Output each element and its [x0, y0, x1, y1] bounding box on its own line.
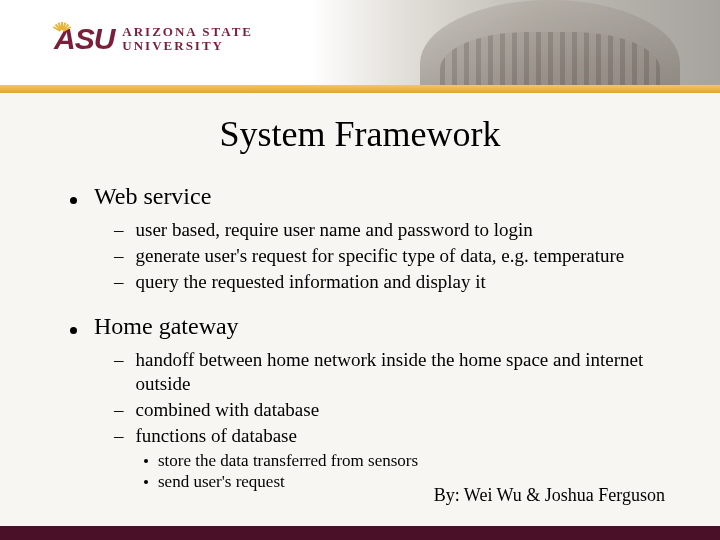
list-item: –handoff between home network inside the… [114, 348, 670, 396]
sub-list: –user based, require user name and passw… [114, 218, 670, 293]
logo-line2: UNIVERSITY [122, 39, 253, 53]
dash-icon: – [114, 424, 124, 448]
asu-logo: ASU ARIZONA STATE UNIVERSITY [54, 22, 253, 56]
sub-item-text: functions of database [136, 424, 297, 448]
list-item: store the data transferred from sensors [144, 451, 670, 471]
gold-divider [0, 85, 720, 93]
subsub-item-text: store the data transferred from sensors [158, 451, 418, 471]
sub-item-text: user based, require user name and passwo… [136, 218, 533, 242]
sub-item-text: generate user's request for specific typ… [136, 244, 625, 268]
section-heading: Web service [94, 183, 211, 210]
subsub-item-text: send user's request [158, 472, 285, 492]
list-item: –user based, require user name and passw… [114, 218, 670, 242]
list-item: –combined with database [114, 398, 670, 422]
list-item: –query the requested information and dis… [114, 270, 670, 294]
logo-line1: ARIZONA STATE [122, 25, 253, 39]
sub-item-text: handoff between home network inside the … [136, 348, 671, 396]
dash-icon: – [114, 398, 124, 422]
list-item: –generate user's request for specific ty… [114, 244, 670, 268]
mini-bullet-icon [144, 459, 148, 463]
list-item: –functions of database [114, 424, 670, 448]
byline: By: Wei Wu & Joshua Ferguson [434, 485, 665, 506]
mini-bullet-icon [144, 480, 148, 484]
asu-wordmark: ASU [54, 22, 114, 56]
dash-icon: – [114, 244, 124, 268]
asu-logo-text: ARIZONA STATE UNIVERSITY [122, 25, 253, 52]
sunburst-icon [52, 20, 72, 40]
sub-item-text: combined with database [136, 398, 320, 422]
bullet-list: Web service –user based, require user na… [70, 183, 670, 492]
dash-icon: – [114, 348, 124, 396]
dash-icon: – [114, 218, 124, 242]
slide-content: System Framework Web service –user based… [0, 95, 720, 492]
slide-title: System Framework [50, 113, 670, 155]
bullet-icon [70, 197, 77, 204]
sub-list: –handoff between home network inside the… [114, 348, 670, 447]
slide-header: ASU ARIZONA STATE UNIVERSITY [0, 0, 720, 95]
list-item: Web service –user based, require user na… [70, 183, 670, 293]
bullet-icon [70, 327, 77, 334]
section-heading: Home gateway [94, 313, 239, 340]
building-colonnade [440, 32, 660, 85]
sub-item-text: query the requested information and disp… [136, 270, 486, 294]
list-item: Home gateway –handoff between home netwo… [70, 313, 670, 492]
footer-bar [0, 526, 720, 540]
dash-icon: – [114, 270, 124, 294]
